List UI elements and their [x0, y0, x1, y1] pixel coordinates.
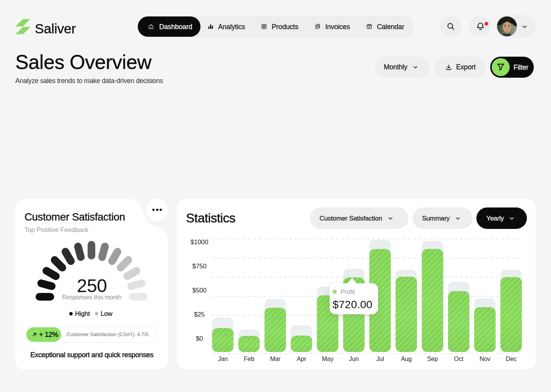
svg-text:Jul: Jul [376, 355, 384, 362]
svg-text:Dec: Dec [506, 355, 517, 362]
svg-text:$750: $750 [192, 263, 206, 270]
svg-text:Apr: Apr [297, 355, 306, 362]
svg-text:Mar: Mar [270, 355, 281, 362]
svg-text:$1000: $1000 [191, 238, 208, 246]
svg-text:$500: $500 [192, 287, 206, 294]
svg-text:May: May [322, 355, 334, 362]
svg-text:Jan: Jan [218, 355, 228, 362]
svg-text:Aug: Aug [401, 355, 412, 362]
svg-text:$25: $25 [194, 311, 205, 318]
svg-text:Jun: Jun [349, 355, 359, 362]
svg-text:$0: $0 [196, 335, 203, 342]
svg-text:Feb: Feb [244, 355, 254, 362]
svg-text:Oct: Oct [454, 355, 464, 362]
svg-text:$720.00: $720.00 [333, 298, 372, 310]
svg-text:Nov: Nov [479, 355, 491, 362]
svg-text:Sep: Sep [427, 355, 438, 362]
svg-text:Profit: Profit [341, 288, 355, 295]
